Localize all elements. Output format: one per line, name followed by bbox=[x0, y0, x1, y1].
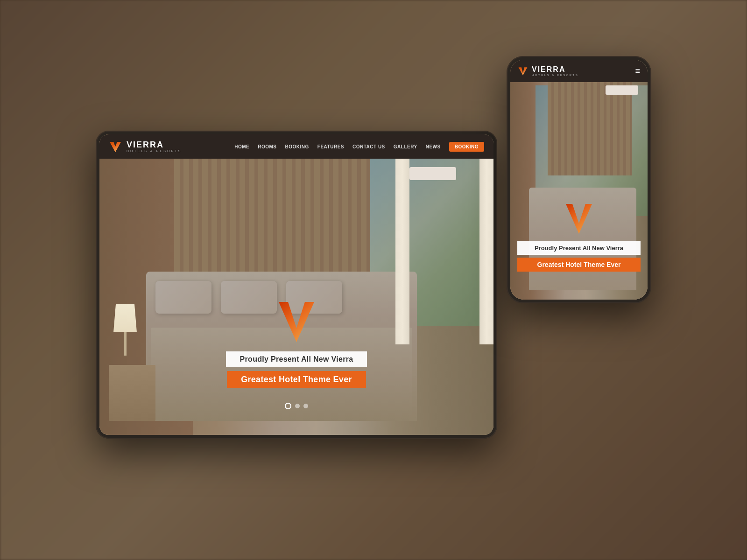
mobile-logo-text: VIERRA HOTELS & RESORTS bbox=[532, 65, 578, 77]
tablet-screen: VIERRA HOTELS & RESORTS HOME ROOMS BOOKI… bbox=[99, 134, 493, 435]
logo-v-icon bbox=[109, 140, 122, 153]
mobile-hero-subtitle: Proudly Present All New Vierra bbox=[517, 241, 641, 255]
dot-1[interactable] bbox=[285, 403, 291, 409]
mobile-brand-name: VIERRA bbox=[532, 65, 578, 74]
svg-marker-4 bbox=[566, 204, 592, 234]
hero-title-text: Greatest Hotel Theme Ever bbox=[227, 371, 366, 388]
nav-contact[interactable]: CONTACT US bbox=[352, 144, 385, 149]
slider-dots bbox=[99, 403, 493, 409]
nav-features[interactable]: FEATURES bbox=[317, 144, 344, 149]
hamburger-menu-icon[interactable]: ≡ bbox=[635, 66, 640, 76]
dot-2[interactable] bbox=[295, 404, 300, 408]
nav-booking[interactable]: BOOKING bbox=[285, 144, 309, 149]
tablet-hero-content: Proudly Present All New Vierra Greatest … bbox=[99, 301, 493, 388]
logo-brand-name: VIERRA bbox=[127, 140, 182, 149]
mobile-hero-content: Proudly Present All New Vierra Greatest … bbox=[510, 203, 648, 272]
svg-marker-3 bbox=[519, 67, 528, 75]
svg-marker-2 bbox=[279, 302, 314, 342]
logo-text: VIERRA HOTELS & RESORTS bbox=[127, 140, 182, 153]
hero-subtitle-text: Proudly Present All New Vierra bbox=[226, 351, 367, 367]
mobile-device: VIERRA HOTELS & RESORTS ≡ bbox=[507, 56, 651, 303]
ac-unit bbox=[409, 167, 456, 180]
mobile-brand-subtitle: HOTELS & RESORTS bbox=[532, 74, 578, 77]
dot-3[interactable] bbox=[303, 404, 308, 408]
logo-brand-subtitle: HOTELS & RESORTS bbox=[127, 149, 182, 153]
mobile-hero-v-icon bbox=[565, 203, 593, 235]
nav-news[interactable]: NEWS bbox=[426, 144, 441, 149]
main-container: VIERRA HOTELS & RESORTS HOME ROOMS BOOKI… bbox=[0, 0, 747, 560]
nav-booking-button[interactable]: BOOKING bbox=[449, 142, 484, 152]
tablet-navbar: VIERRA HOTELS & RESORTS HOME ROOMS BOOKI… bbox=[99, 134, 493, 159]
nav-links: HOME ROOMS BOOKING FEATURES CONTACT US G… bbox=[234, 142, 484, 152]
logo-area: VIERRA HOTELS & RESORTS bbox=[109, 140, 182, 153]
tablet-device: VIERRA HOTELS & RESORTS HOME ROOMS BOOKI… bbox=[96, 131, 497, 439]
nav-gallery[interactable]: GALLERY bbox=[394, 144, 417, 149]
mobile-screen: VIERRA HOTELS & RESORTS ≡ bbox=[510, 60, 648, 300]
nav-rooms[interactable]: ROOMS bbox=[258, 144, 276, 149]
mobile-logo-area: VIERRA HOTELS & RESORTS bbox=[518, 65, 578, 77]
nav-home[interactable]: HOME bbox=[234, 144, 249, 149]
hero-v-logo-icon bbox=[278, 301, 315, 343]
mobile-navbar: VIERRA HOTELS & RESORTS ≡ bbox=[510, 60, 648, 82]
svg-marker-1 bbox=[110, 142, 121, 152]
mobile-ac-unit bbox=[606, 85, 638, 95]
mobile-logo-v-icon bbox=[518, 66, 528, 76]
mobile-hero-title: Greatest Hotel Theme Ever bbox=[517, 258, 641, 272]
